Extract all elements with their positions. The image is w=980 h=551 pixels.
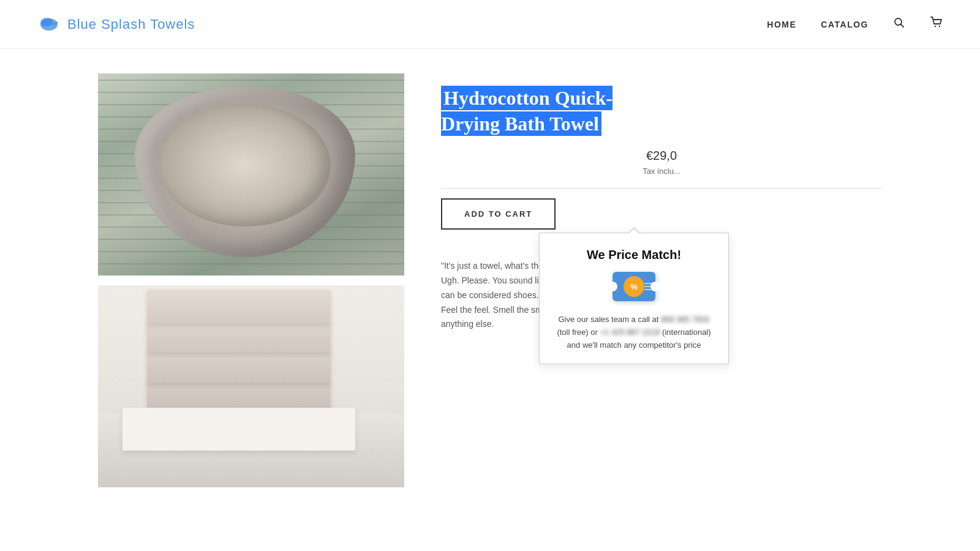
product-image-stacked[interactable] [98,285,404,487]
product-title-block: Hydrocotton Quick- Drying Bath Towel [441,86,882,137]
site-header: Blue Splash Towels HOME CATALOG [0,0,980,49]
logo-icon [37,12,61,37]
ticket-icon: % [612,272,655,301]
search-icon[interactable] [893,17,905,32]
divider [441,188,882,189]
product-image-rolled[interactable] [98,73,404,276]
popup-title: We Price Match! [552,248,716,262]
main-container: Hydrocotton Quick- Drying Bath Towel €29… [61,49,919,512]
add-to-cart-button[interactable]: ADD TO CART [441,198,556,230]
percent-badge: % [624,276,644,297]
popup-phone-intl: +1 425 867 2219 [600,328,660,337]
product-title: Hydrocotton Quick- Drying Bath Towel [441,86,612,136]
nav-home[interactable]: HOME [767,20,796,29]
nav-catalog[interactable]: CATALOG [821,20,869,29]
product-info: Hydrocotton Quick- Drying Bath Towel €29… [441,73,882,487]
popup-icon-area: % [552,272,716,304]
product-price: €29,0 [441,149,882,163]
price-match-popup: We Price Match! % Give our sales team a … [539,233,729,364]
logo-area[interactable]: Blue Splash Towels [37,12,195,37]
svg-point-5 [939,26,940,27]
popup-text: Give our sales team a call at 800 365 78… [552,313,716,351]
main-nav: HOME CATALOG [767,16,943,32]
product-tax: Tax inclu... [441,167,882,176]
cart-icon[interactable] [930,16,943,32]
product-images [98,73,404,487]
popup-phone-tollfree: 800 365 7832 [661,315,710,324]
svg-point-4 [935,26,936,27]
logo-text: Blue Splash Towels [67,17,195,32]
svg-line-3 [901,24,904,28]
